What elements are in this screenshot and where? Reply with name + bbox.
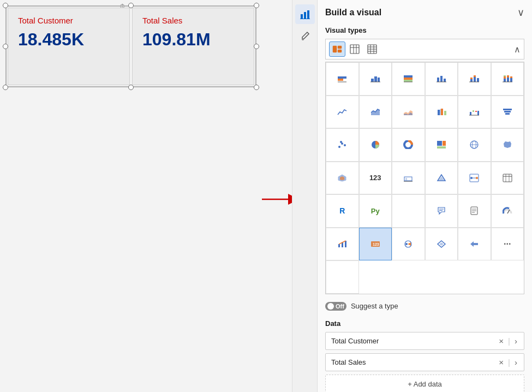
vt-gauge[interactable]: [491, 194, 524, 228]
vt-ribbon[interactable]: [425, 96, 458, 129]
vt-header-icons: [329, 41, 380, 57]
vt-shape-map[interactable]: [491, 128, 524, 162]
vt-r-visual[interactable]: R: [326, 194, 359, 228]
vt-donut[interactable]: [392, 128, 425, 162]
vt-funnel[interactable]: [491, 96, 524, 129]
vt-multi-row-card[interactable]: 123: [359, 162, 392, 195]
svg-rect-29: [404, 80, 413, 82]
svg-rect-3: [304, 12, 306, 19]
build-visual-toolbar-btn[interactable]: [295, 4, 315, 24]
vt-bar-stacked-100[interactable]: [392, 62, 425, 96]
data-field-customer-expand[interactable]: ›: [513, 336, 518, 346]
handle-tr[interactable]: [254, 3, 259, 8]
handle-tl[interactable]: [3, 3, 8, 8]
metric-card-sales: Total Sales 109.81M: [132, 8, 254, 85]
vt-more-visuals[interactable]: ···: [491, 228, 524, 261]
visual-types-grid-header: ∧: [325, 39, 524, 60]
suggest-row: Off Suggest a type: [325, 302, 524, 311]
panel-header: Build a visual ∨: [325, 7, 524, 19]
panel-title: Build a visual: [325, 8, 381, 17]
svg-rect-62: [504, 111, 511, 112]
vt-matrix-type[interactable]: [364, 41, 380, 57]
svg-rect-54: [444, 111, 446, 115]
svg-rect-21: [338, 79, 343, 81]
data-field-customer-remove[interactable]: ×: [498, 336, 505, 346]
vt-waterfall[interactable]: [458, 96, 491, 129]
handle-bl[interactable]: [3, 85, 8, 90]
handle-tc[interactable]: [128, 3, 134, 8]
metric-sales-label: Total Sales: [142, 16, 244, 25]
vt-filled-map[interactable]: [326, 162, 359, 195]
svg-rect-33: [444, 79, 446, 82]
svg-rect-32: [440, 76, 443, 82]
svg-rect-39: [477, 78, 479, 82]
vt-map[interactable]: [458, 128, 491, 162]
vt-smart-visual[interactable]: [392, 228, 425, 261]
collapse-grid-icon[interactable]: ∧: [514, 44, 521, 55]
svg-rect-56: [470, 112, 471, 115]
vt-decomp-tree[interactable]: [425, 162, 458, 195]
data-field-sales-remove[interactable]: ×: [498, 358, 505, 367]
vt-kpi2[interactable]: [326, 228, 359, 261]
vt-key-influencers[interactable]: [458, 162, 491, 195]
vt-line[interactable]: [326, 96, 359, 129]
suggest-toggle[interactable]: Off: [325, 302, 346, 311]
vt-area[interactable]: [359, 96, 392, 129]
toggle-circle: [327, 303, 334, 310]
visual-types-label: Visual types: [325, 26, 524, 34]
vt-card-active[interactable]: 123: [359, 228, 392, 261]
vt-table-type[interactable]: [346, 41, 363, 57]
data-field-sales-expand[interactable]: ›: [513, 358, 518, 367]
svg-point-86: [470, 177, 473, 179]
vt-clustered-bar[interactable]: [359, 62, 392, 96]
svg-rect-35: [470, 79, 473, 82]
svg-point-106: [405, 243, 408, 245]
vt-diamond[interactable]: [425, 228, 458, 261]
vt-arrows[interactable]: [458, 228, 491, 261]
vt-100-stacked-column[interactable]: [491, 62, 524, 96]
svg-rect-46: [510, 78, 512, 82]
vt-kpi[interactable]: ≡: [392, 162, 425, 195]
vt-stacked-column[interactable]: [458, 62, 491, 96]
visual-types-grid: 123 ≡ R Py: [325, 62, 524, 294]
handle-bc[interactable]: [128, 85, 134, 90]
vt-stacked-bar[interactable]: [326, 62, 359, 96]
vt-clustered-column[interactable]: [425, 62, 458, 96]
vt-card-type[interactable]: [329, 41, 345, 57]
handle-mr[interactable]: [254, 44, 259, 49]
vt-scatter[interactable]: [326, 128, 359, 162]
handle-br[interactable]: [254, 85, 259, 90]
metric-sales-value: 109.81M: [142, 29, 244, 50]
bar-chart-icon: [300, 9, 310, 20]
data-field-sales: Total Sales × | ›: [325, 353, 524, 371]
svg-rect-10: [350, 45, 359, 54]
vt-table2[interactable]: [491, 162, 524, 195]
vt-empty: [392, 194, 425, 228]
svg-rect-23: [371, 79, 374, 82]
add-data-button[interactable]: + Add data: [325, 375, 524, 393]
svg-rect-58: [475, 111, 477, 112]
vt-py-visual[interactable]: Py: [359, 194, 392, 228]
svg-text:123: 123: [373, 242, 379, 246]
svg-rect-100: [338, 244, 340, 247]
svg-rect-2: [301, 14, 303, 19]
multi-row-card-label: 123: [369, 174, 381, 182]
svg-rect-4: [307, 10, 309, 19]
handle-ml[interactable]: [3, 44, 8, 49]
vt-line-stacked-area[interactable]: [392, 96, 425, 129]
panel-close-btn[interactable]: ∨: [517, 7, 524, 19]
svg-point-6: [302, 38, 304, 40]
vt-treemap[interactable]: [425, 128, 458, 162]
svg-point-64: [338, 146, 340, 148]
visual-types-section: Visual types: [325, 26, 524, 294]
svg-rect-38: [474, 75, 476, 77]
data-field-sales-name: Total Sales: [331, 358, 366, 366]
panel-content: Build a visual ∨ Visual types: [318, 0, 532, 392]
svg-rect-31: [437, 78, 439, 82]
vt-paginated-report[interactable]: [458, 194, 491, 228]
vt-pie[interactable]: [359, 128, 392, 162]
vt-smart-narrative[interactable]: [425, 194, 458, 228]
svg-rect-45: [507, 75, 509, 78]
paintbrush-toolbar-btn[interactable]: [295, 26, 315, 46]
svg-rect-72: [437, 146, 446, 149]
